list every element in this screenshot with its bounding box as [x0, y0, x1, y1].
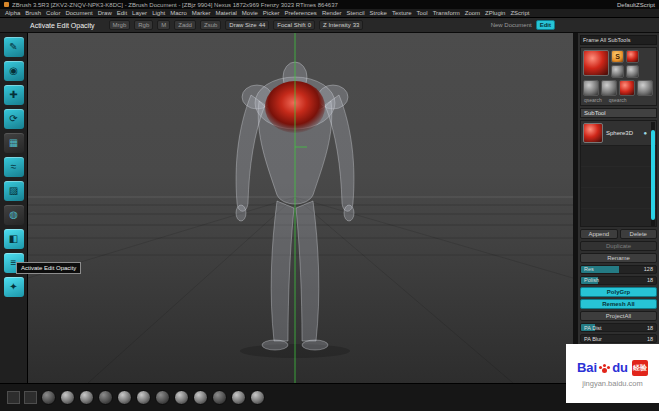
stroke-icon[interactable]: ≈ [4, 157, 24, 177]
menu-item-picker[interactable]: Picker [263, 10, 280, 16]
default-zscript-button[interactable]: DefaultZScript [617, 2, 655, 8]
material-thumb[interactable] [250, 390, 265, 405]
settings-icon[interactable]: ✦ [4, 277, 24, 297]
subtool-item[interactable]: Sphere3D ● [581, 121, 656, 146]
project-all-button[interactable]: ProjectAll [580, 311, 657, 321]
polish-slider[interactable]: Polish 18 [580, 276, 657, 285]
focal-shift-slider[interactable]: Focal Shift 0 [273, 20, 315, 30]
material-thumb[interactable] [98, 390, 113, 405]
tool-thumb-caption: qsearch [584, 97, 602, 103]
color-icon[interactable]: ◧ [4, 229, 24, 249]
remesh-all-button[interactable]: Remesh All [580, 299, 657, 309]
sculpt-brush-icon[interactable]: ◉ [4, 61, 24, 81]
doc-swatch-icon[interactable] [24, 391, 37, 404]
subtool-scrollbar-thumb[interactable] [651, 130, 655, 220]
polish-value: 18 [647, 277, 653, 283]
left-tray: ✎ ◉ ✚ ⟳ ▦ ≈ ▨ ◍ ◧ ≡ ✦ [0, 33, 28, 383]
material-thumb[interactable] [41, 390, 56, 405]
texture-icon[interactable]: ▨ [4, 181, 24, 201]
menu-item-color[interactable]: Color [46, 10, 60, 16]
menu-item-macro[interactable]: Macro [170, 10, 187, 16]
menu-item-zoom[interactable]: Zoom [465, 10, 480, 16]
subtool-thumbnail[interactable] [583, 123, 603, 143]
res-value: 128 [644, 266, 653, 272]
recent-tool-thumb[interactable] [601, 80, 617, 96]
rename-button[interactable]: Rename [580, 253, 657, 263]
pa-dist-value: 18 [647, 325, 653, 331]
pa-blur-value: 18 [647, 336, 653, 342]
draw-size-slider[interactable]: Draw Size 44 [225, 20, 269, 30]
pa-dist-slider[interactable]: PA Dist 18 [580, 323, 657, 332]
menu-item-render[interactable]: Render [322, 10, 342, 16]
current-tool-thumbnail[interactable] [583, 50, 609, 76]
material-thumb[interactable] [155, 390, 170, 405]
z-intensity-label: Z Intensity [323, 22, 351, 28]
menu-item-zscript[interactable]: ZScript [510, 10, 529, 16]
menu-item-document[interactable]: Document [65, 10, 92, 16]
polygrp-button[interactable]: PolyGrp [580, 287, 657, 297]
m-button[interactable]: M [157, 20, 170, 30]
menu-item-brush[interactable]: Brush [25, 10, 41, 16]
edit-mode-button[interactable]: Edit [536, 20, 555, 30]
menu-item-tool[interactable]: Tool [417, 10, 428, 16]
material-thumb[interactable] [79, 390, 94, 405]
rotate-icon[interactable]: ⟳ [4, 109, 24, 129]
rgb-button[interactable]: Rgb [134, 20, 153, 30]
recent-tool-thumb[interactable] [619, 80, 635, 96]
menu-item-texture[interactable]: Texture [392, 10, 412, 16]
menu-item-edit[interactable]: Edit [117, 10, 127, 16]
zadd-button[interactable]: Zadd [174, 20, 196, 30]
new-document-button[interactable]: New Document [491, 22, 532, 28]
duplicate-button[interactable]: Duplicate [580, 241, 657, 251]
focal-shift-value: 0 [308, 22, 311, 28]
subtool-section-header[interactable]: SubTool [580, 108, 657, 118]
res-slider[interactable]: Res 128 [580, 265, 657, 274]
viewport-canvas[interactable] [28, 33, 573, 383]
subtool-empty-row [581, 188, 656, 209]
menu-item-movie[interactable]: Movie [242, 10, 258, 16]
menu-item-material[interactable]: Material [215, 10, 236, 16]
mrgb-button[interactable]: Mrgb [109, 20, 131, 30]
viewport-scene[interactable] [28, 33, 573, 383]
alpha-icon[interactable]: ▦ [4, 133, 24, 153]
material-thumb[interactable] [174, 390, 189, 405]
material-thumb[interactable] [136, 390, 151, 405]
material-thumb[interactable] [60, 390, 75, 405]
z-intensity-slider[interactable]: Z Intensity 33 [319, 20, 363, 30]
menu-item-light[interactable]: Light [152, 10, 165, 16]
append-button[interactable]: Append [580, 229, 618, 239]
baidu-logo-text: du [612, 361, 628, 374]
tooltip: Activate Edit Opacity [16, 262, 81, 274]
recent-tool-thumb[interactable] [583, 80, 599, 96]
material-thumb[interactable] [231, 390, 246, 405]
draw-icon[interactable]: ✎ [4, 37, 24, 57]
menu-item-alpha[interactable]: Alpha [5, 10, 20, 16]
subtool-empty-row [581, 146, 656, 167]
zsub-button[interactable]: Zsub [200, 20, 221, 30]
doc-swatch-icon[interactable] [7, 391, 20, 404]
recent-tool-thumb[interactable] [637, 80, 653, 96]
res-label: Res [584, 266, 594, 272]
menu-item-marker[interactable]: Marker [192, 10, 211, 16]
visibility-eye-icon[interactable]: ● [643, 130, 647, 136]
material-icon[interactable]: ◍ [4, 205, 24, 225]
material-thumb[interactable] [117, 390, 132, 405]
simple-brush-icon[interactable]: S [611, 50, 624, 63]
z-intensity-value: 33 [353, 22, 360, 28]
tool-swatch-icon[interactable] [626, 65, 639, 78]
menu-item-stroke[interactable]: Stroke [370, 10, 387, 16]
tool-swatch-icon[interactable] [611, 65, 624, 78]
menu-item-preferences[interactable]: Preferences [285, 10, 317, 16]
menu-item-draw[interactable]: Draw [98, 10, 112, 16]
menu-item-transform[interactable]: Transform [433, 10, 460, 16]
menu-item-stencil[interactable]: Stencil [347, 10, 365, 16]
menu-item-zplugin[interactable]: ZPlugin [485, 10, 505, 16]
bottom-bar [0, 383, 659, 411]
material-thumb[interactable] [193, 390, 208, 405]
move-icon[interactable]: ✚ [4, 85, 24, 105]
delete-button[interactable]: Delete [620, 229, 658, 239]
menu-item-layer[interactable]: Layer [132, 10, 147, 16]
pa-blur-slider[interactable]: PA Blur 18 [580, 334, 657, 343]
material-thumb[interactable] [212, 390, 227, 405]
sphere-tool-icon[interactable] [626, 50, 639, 63]
